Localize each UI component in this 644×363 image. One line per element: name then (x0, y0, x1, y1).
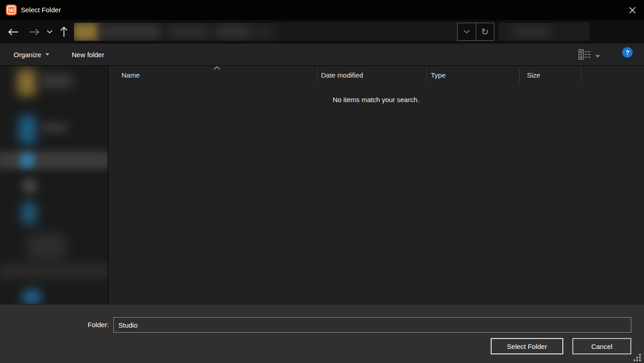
help-icon: ? (625, 49, 629, 56)
column-header-size[interactable]: Size (527, 66, 540, 85)
details-view-icon (579, 49, 591, 59)
blurred-tree-icon (20, 153, 34, 167)
column-divider[interactable] (519, 68, 520, 83)
app-icon (5, 4, 17, 16)
select-folder-button[interactable]: Select Folder (491, 338, 563, 354)
change-view-button[interactable] (579, 49, 600, 59)
forward-arrow-icon (29, 28, 40, 36)
blurred-selected-row (0, 151, 108, 169)
file-list: Name Date modified Type Size No items ma… (108, 66, 644, 304)
caret-down-icon (595, 55, 600, 58)
title-bar: Select Folder (0, 0, 644, 20)
select-folder-dialog: Select Folder (0, 0, 644, 363)
navigation-pane[interactable] (0, 66, 108, 304)
blurred-breadcrumb-segment (255, 25, 273, 39)
blurred-breadcrumb-folder-icon (74, 23, 99, 41)
refresh-icon: ↻ (481, 27, 489, 36)
back-button[interactable] (6, 25, 20, 39)
navigation-bar: ↻ (0, 20, 644, 44)
forward-button[interactable] (28, 25, 41, 39)
window-title: Select Folder (21, 0, 61, 20)
blurred-tree-icon (23, 179, 36, 193)
new-folder-button[interactable]: New folder (66, 44, 110, 65)
resize-grip[interactable] (634, 354, 641, 362)
address-dropdown-button[interactable] (458, 23, 476, 40)
blurred-tree-icon (22, 202, 36, 225)
cancel-button-label: Cancel (591, 343, 613, 350)
close-icon (629, 7, 636, 14)
close-button[interactable] (625, 3, 639, 17)
blurred-breadcrumb-segment (167, 24, 210, 39)
back-arrow-icon (8, 28, 19, 36)
dialog-content: Name Date modified Type Size No items ma… (0, 66, 644, 304)
recent-locations-button[interactable] (45, 25, 54, 39)
blurred-tree-icon (19, 116, 36, 144)
sort-ascending-icon (213, 66, 221, 70)
blurred-search-text (512, 27, 551, 37)
chevron-down-icon (463, 30, 470, 34)
help-button[interactable]: ? (622, 47, 633, 58)
blurred-tree-item (27, 234, 66, 261)
blurred-tree-item (40, 74, 73, 88)
folder-name-label: Folder: (45, 317, 109, 333)
column-header-name[interactable]: Name (122, 66, 140, 85)
blurred-tree-item (41, 123, 68, 132)
organize-button[interactable]: Organize (8, 44, 55, 65)
column-header-date-modified[interactable]: Date modified (321, 66, 363, 85)
folder-name-input[interactable] (113, 317, 631, 333)
search-input[interactable] (499, 23, 590, 41)
blurred-breadcrumb-segment (100, 24, 161, 39)
blurred-tree-row (0, 265, 108, 278)
caret-down-icon (45, 53, 49, 56)
column-header-type[interactable]: Type (431, 66, 446, 85)
dialog-footer: Folder: Select Folder Cancel (0, 304, 644, 363)
column-divider[interactable] (317, 68, 317, 83)
blurred-folder-icon (17, 69, 36, 96)
organize-label: Organize (14, 51, 41, 59)
chevron-down-icon (47, 30, 53, 34)
up-arrow-icon (60, 26, 68, 37)
column-divider[interactable] (581, 68, 581, 83)
address-controls: ↻ (457, 23, 494, 41)
command-toolbar: Organize New folder (0, 44, 644, 66)
column-divider[interactable] (426, 68, 427, 83)
empty-results-message: No items match your search. (108, 96, 644, 103)
select-folder-button-label: Select Folder (507, 343, 547, 350)
blurred-tree-icon (23, 290, 41, 304)
up-button[interactable] (57, 25, 71, 39)
cancel-button[interactable]: Cancel (572, 338, 631, 354)
refresh-button[interactable]: ↻ (476, 23, 494, 40)
address-bar[interactable] (74, 23, 457, 41)
blurred-breadcrumb-segment (215, 24, 253, 39)
new-folder-label: New folder (72, 51, 104, 59)
